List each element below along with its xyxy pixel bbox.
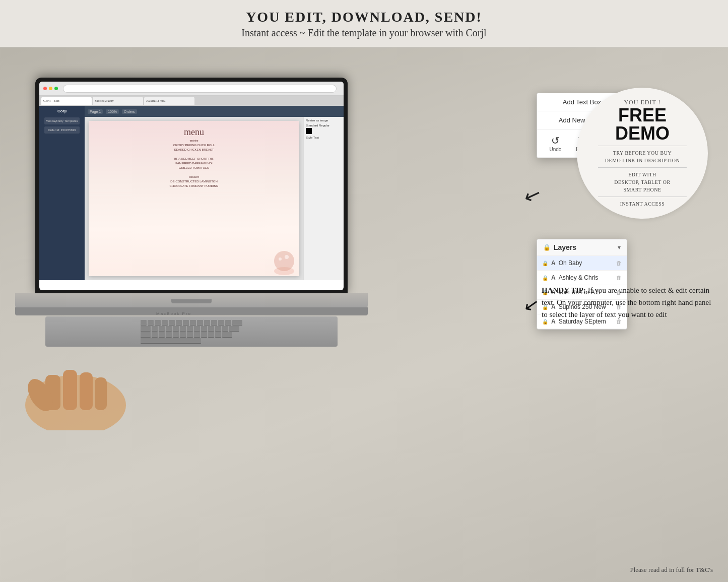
key <box>215 332 221 337</box>
key <box>176 320 182 325</box>
corjl-logo: Corjl <box>57 109 67 113</box>
layer-name: Oh Baby <box>559 260 613 267</box>
tab-3[interactable]: Australia You <box>144 97 194 105</box>
undo-label: Undo <box>549 147 561 152</box>
top-banner: YOU EDIT, DOWNLOAD, SEND! Instant access… <box>0 0 728 47</box>
corjl-canvas[interactable]: menu entrée CRISPY PEKING DUCK ROLL SEAR… <box>89 121 299 276</box>
hand-svg <box>5 330 146 430</box>
key <box>183 320 189 325</box>
corjl-ui: Corjl MoocayParty Templates Order Id: 15… <box>39 106 344 280</box>
key <box>197 320 203 325</box>
key <box>159 326 165 331</box>
key <box>187 332 193 337</box>
demo-divider-2 <box>598 167 687 168</box>
demo-demo-label: DEMO <box>615 124 670 143</box>
layer-delete-icon[interactable]: 🗑 <box>616 260 622 266</box>
layers-header-text: 🔒 Layers <box>543 243 576 251</box>
handy-tip-text: HANDY TIP: If you are unable to select &… <box>542 284 713 320</box>
handy-tip-label: HANDY TIP: <box>542 286 586 294</box>
svg-rect-6 <box>63 370 77 410</box>
key <box>166 326 172 331</box>
laptop: Corjl - Edit MoocayParty Australia You C… <box>15 78 368 471</box>
undo-item[interactable]: ↺ Undo <box>549 135 561 152</box>
layers-chevron-icon[interactable]: ▾ <box>618 244 621 251</box>
demo-platforms: DESKTOP, TABLET OR <box>614 178 670 186</box>
demo-edit-with: EDIT WITH <box>628 171 656 178</box>
key <box>155 320 161 325</box>
sidebar-item-orders[interactable]: MoocayParty Templates <box>44 117 80 124</box>
key <box>187 326 193 331</box>
key <box>166 332 172 337</box>
toolbar-zoom[interactable]: 100% <box>106 109 119 114</box>
main-area: Corjl - Edit MoocayParty Australia You C… <box>0 47 728 582</box>
key-backspace <box>232 320 242 325</box>
key <box>194 326 200 331</box>
layer-lock-icon: 🔒 <box>542 261 548 266</box>
layer-name: Ashley & Chris <box>559 274 613 281</box>
key <box>222 326 228 331</box>
sidebar-item-info[interactable]: Order Id: 150975819 <box>44 126 80 134</box>
svg-rect-8 <box>95 377 107 410</box>
macbook-label: MacBook Pro <box>156 311 191 316</box>
demo-free-label: FREE <box>618 106 667 124</box>
demo-try-before: TRY BEFORE YOU BUY <box>613 149 672 157</box>
address-bar[interactable] <box>63 85 337 93</box>
svg-point-1 <box>274 251 294 271</box>
demo-smartphone: SMART PHONE <box>623 186 661 193</box>
demo-circle: YOU EDIT ! FREE DEMO TRY BEFORE YOU BUY … <box>577 88 708 219</box>
list-item[interactable]: 🔒 A Ashley & Chris 🗑 <box>537 271 627 285</box>
key <box>201 332 207 337</box>
tab-active[interactable]: Corjl - Edit <box>41 97 92 105</box>
key <box>211 320 217 325</box>
key-enter <box>222 332 232 337</box>
key <box>162 320 168 325</box>
handy-tip-box: HANDY TIP: If you are unable to select &… <box>542 284 713 320</box>
key <box>201 326 207 331</box>
laptop-screen-outer: Corjl - Edit MoocayParty Australia You C… <box>35 78 348 294</box>
key <box>215 326 221 331</box>
key <box>194 332 200 337</box>
svg-rect-7 <box>80 372 93 410</box>
tab-2[interactable]: MoocayParty <box>93 97 143 105</box>
key <box>169 320 175 325</box>
corjl-right-panel: Resize as image Standard Regular Style T… <box>303 117 344 280</box>
corjl-toolbar: Page 1 100% Orders <box>85 106 344 117</box>
key <box>225 320 231 325</box>
list-item[interactable]: 🔒 A Oh Baby 🗑 <box>537 256 627 271</box>
key <box>204 320 210 325</box>
hand-illustration <box>5 330 156 430</box>
browser-tabs: Corjl - Edit MoocayParty Australia You <box>39 96 344 106</box>
browser-chrome <box>39 82 344 96</box>
key <box>180 326 186 331</box>
demo-instant: INSTANT ACCESS <box>620 200 665 208</box>
menu-card: menu entrée CRISPY PEKING DUCK ROLL SEAR… <box>89 121 299 276</box>
menu-decoration <box>269 246 299 276</box>
toolbar-page[interactable]: Page 1 <box>88 109 103 114</box>
layers-header: 🔒 Layers ▾ <box>537 239 627 256</box>
key <box>148 320 154 325</box>
undo-icon: ↺ <box>549 135 561 147</box>
key <box>159 332 165 337</box>
corjl-canvas-area: menu entrée CRISPY PEKING DUCK ROLL SEAR… <box>85 117 344 280</box>
minimize-dot <box>49 87 52 90</box>
toolbar-orders[interactable]: Orders <box>122 109 137 114</box>
layers-title: Layers <box>554 243 576 251</box>
maximize-dot <box>54 87 58 90</box>
key <box>208 326 214 331</box>
menu-title: menu <box>184 127 204 138</box>
bottom-note: Please read ad in full for T&C's <box>630 566 713 574</box>
layer-delete-icon[interactable]: 🗑 <box>616 275 622 281</box>
layer-lock-icon: 🔒 <box>542 275 548 281</box>
laptop-notch <box>171 299 212 303</box>
key <box>173 326 179 331</box>
key <box>173 332 179 337</box>
layer-type-icon: A <box>551 274 556 281</box>
menu-entree-section: entrée CRISPY PEKING DUCK ROLL SEARED CH… <box>165 138 224 189</box>
demo-link: DEMO LINK IN DESCRIPTION <box>605 157 680 164</box>
subline: Instant access ~ Edit the template in yo… <box>10 27 718 39</box>
key-enter-top <box>229 326 239 331</box>
key <box>208 332 214 337</box>
layers-lock-icon: 🔒 <box>543 244 551 251</box>
svg-point-3 <box>285 255 289 259</box>
keyboard-row-1 <box>141 320 242 325</box>
